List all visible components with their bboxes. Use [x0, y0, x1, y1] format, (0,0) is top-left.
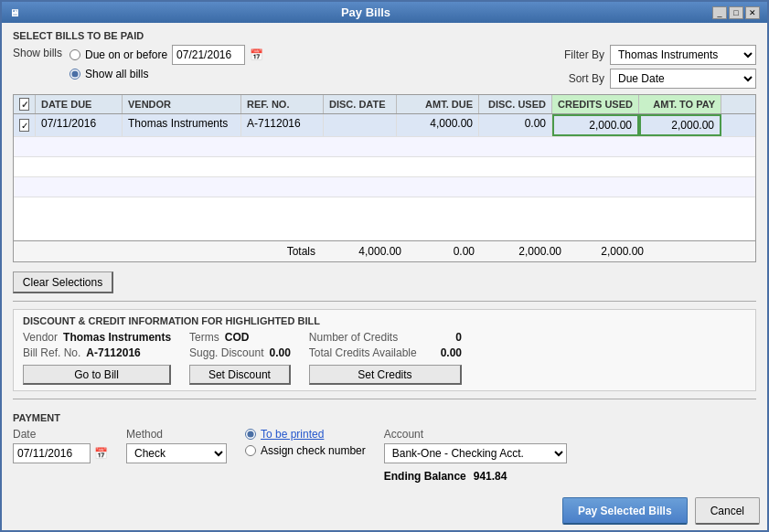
divider-2: [13, 399, 756, 399]
payment-section: PAYMENT Date 📅 Method Check Credit Card …: [13, 407, 756, 484]
account-label: Account: [384, 428, 567, 441]
assign-check-radio[interactable]: [245, 445, 256, 456]
discount-credit-section: DISCOUNT & CREDIT INFORMATION FOR HIGHLI…: [13, 309, 756, 391]
print-col: To be printed Assign check number: [245, 428, 366, 457]
select-bills-label: SELECT BILLS TO BE PAID: [13, 30, 756, 41]
terms-col: Terms COD Sugg. Discount 0.00 Set Discou…: [189, 331, 291, 385]
total-credits-row: Total Credits Available 0.00: [309, 346, 462, 359]
radio-show-all-label: Show all bills: [85, 68, 148, 80]
due-date-input[interactable]: [172, 45, 245, 65]
table-row[interactable]: ✓ 07/11/2016 Thomas Instruments A-711201…: [14, 114, 755, 137]
bill-ref-row: Bill Ref. No. A-7112016: [23, 346, 171, 359]
main-content: SELECT BILLS TO BE PAID Show bills Due o…: [2, 23, 767, 492]
total-credits-value: 0.00: [422, 346, 462, 359]
set-credits-button[interactable]: Set Credits: [309, 365, 462, 385]
sugg-discount-value: 0.00: [269, 346, 290, 359]
window-title: Pay Bills: [341, 5, 390, 19]
vendor-key: Vendor: [23, 331, 58, 344]
td-vendor: Thomas Instruments: [123, 114, 241, 136]
radio-due-before-input[interactable]: [69, 49, 80, 60]
num-credits-value: 0: [419, 331, 462, 344]
th-date-due: DATE DUE: [36, 95, 123, 113]
to-be-printed-radio[interactable]: [245, 429, 256, 440]
credits-col: Number of Credits 0 Total Credits Availa…: [309, 331, 462, 385]
assign-check-label: Assign check number: [261, 444, 366, 457]
th-disc-used: DISC. USED: [479, 95, 552, 113]
th-amt-due: AMT. DUE: [397, 95, 479, 113]
account-col: Account Bank-One - Checking Acct. Ending…: [384, 428, 567, 483]
sort-row: Sort By Due Date Vendor: [559, 69, 756, 89]
td-disc-date: [324, 114, 397, 136]
th-amt-to-pay: AMT. TO PAY: [639, 95, 721, 113]
vendor-value: Thomas Instruments: [63, 331, 171, 344]
vendor-info-col: Vendor Thomas Instruments Bill Ref. No. …: [23, 331, 171, 385]
th-disc-date: DISC. DATE: [324, 95, 397, 113]
bills-table: ✓ DATE DUE VENDOR REF. NO. DISC. DATE AM…: [13, 94, 756, 262]
sort-by-select[interactable]: Due Date Vendor: [610, 69, 756, 89]
go-to-bill-button[interactable]: Go to Bill: [23, 365, 171, 385]
payment-calendar-icon[interactable]: 📅: [94, 447, 108, 460]
filter-row: Filter By Thomas Instruments All Vendors: [559, 45, 756, 65]
th-ref-no: REF. NO.: [241, 95, 324, 113]
row-checkbox[interactable]: ✓: [19, 119, 29, 132]
assign-check-row: Assign check number: [245, 444, 366, 457]
vendor-row: Vendor Thomas Instruments: [23, 331, 171, 344]
show-bills-radio-group: Due on or before 📅 Show all bills: [69, 45, 263, 80]
sugg-discount-row: Sugg. Discount 0.00: [189, 346, 291, 359]
close-button[interactable]: ✕: [745, 6, 760, 19]
top-area: Show bills Due on or before 📅 Show all b…: [13, 45, 756, 89]
terms-value: COD: [225, 331, 250, 344]
payment-title: PAYMENT: [13, 412, 756, 423]
table-row-empty-1: [14, 137, 755, 157]
td-amt-due: 4,000.00: [397, 114, 479, 136]
disc-credit-grid: Vendor Thomas Instruments Bill Ref. No. …: [23, 331, 746, 385]
cancel-button[interactable]: Cancel: [695, 497, 760, 525]
disc-credit-title: DISCOUNT & CREDIT INFORMATION FOR HIGHLI…: [23, 315, 746, 326]
bill-ref-key: Bill Ref. No.: [23, 346, 80, 359]
th-check: ✓: [14, 95, 36, 113]
td-check[interactable]: ✓: [14, 114, 36, 136]
terms-row: Terms COD: [189, 331, 291, 344]
method-col: Method Check Credit Card Cash: [126, 428, 227, 463]
totals-credits: 2,000.00: [480, 245, 567, 258]
divider-1: [13, 301, 756, 302]
table-body: ✓ 07/11/2016 Thomas Instruments A-711201…: [14, 114, 755, 240]
clear-selections-button[interactable]: Clear Selections: [13, 271, 113, 293]
totals-row: Totals 4,000.00 0.00 2,000.00 2,000.00: [14, 240, 755, 261]
header-checkbox[interactable]: ✓: [19, 98, 29, 111]
to-be-printed-label[interactable]: To be printed: [261, 428, 324, 441]
show-bills-label: Show bills: [13, 47, 62, 59]
th-credits-used: CREDITS USED: [552, 95, 639, 113]
totals-amt-pay: 2,000.00: [567, 245, 649, 258]
filter-by-select[interactable]: Thomas Instruments All Vendors: [610, 45, 756, 65]
date-label: Date: [13, 428, 108, 441]
account-select[interactable]: Bank-One - Checking Acct.: [384, 443, 567, 463]
pay-selected-button[interactable]: Pay Selected Bills: [562, 497, 688, 525]
show-bills-row: Show bills Due on or before 📅 Show all b…: [13, 45, 263, 80]
table-row-empty-3: [14, 177, 755, 197]
method-select[interactable]: Check Credit Card Cash: [126, 443, 227, 463]
td-amt-to-pay: 2,000.00: [639, 114, 721, 136]
footer-buttons: Pay Selected Bills Cancel: [2, 492, 767, 530]
filter-sort-area: Filter By Thomas Instruments All Vendors…: [559, 45, 756, 89]
ending-balance-row: Ending Balance 941.84: [384, 470, 567, 483]
date-col: Date 📅: [13, 428, 108, 463]
radio-due-before-label: Due on or before: [85, 48, 167, 61]
sort-by-label: Sort By: [559, 72, 604, 85]
minimize-button[interactable]: _: [712, 6, 727, 19]
bill-ref-value: A-7112016: [86, 346, 140, 359]
to-be-printed-row: To be printed: [245, 428, 366, 441]
filter-by-label: Filter By: [559, 48, 604, 61]
td-date-due: 07/11/2016: [36, 114, 123, 136]
maximize-button[interactable]: □: [729, 6, 743, 19]
select-bills-section: SELECT BILLS TO BE PAID Show bills Due o…: [13, 30, 756, 89]
set-discount-button[interactable]: Set Discount: [189, 365, 291, 385]
sugg-discount-key: Sugg. Discount: [189, 346, 263, 359]
window-icon: 🖥: [9, 7, 19, 18]
radio-show-all-input[interactable]: [69, 69, 80, 80]
totals-amt-due: 4,000.00: [325, 245, 407, 258]
payment-date-input[interactable]: [13, 443, 91, 463]
radio-show-all: Show all bills: [69, 68, 263, 80]
calendar-icon[interactable]: 📅: [250, 48, 263, 61]
table-row-empty-2: [14, 157, 755, 177]
